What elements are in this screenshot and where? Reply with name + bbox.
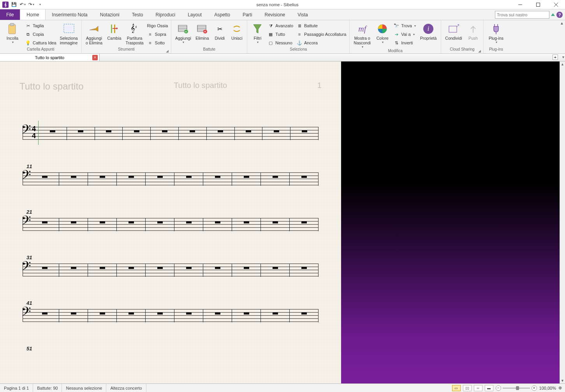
bar[interactable]	[174, 309, 203, 322]
flip-button[interactable]: ⇅Inverti	[393, 39, 417, 47]
select-more-button[interactable]: ⚓Ancora	[296, 39, 347, 47]
document-tab[interactable]: Tutto lo spartito ×	[0, 54, 100, 61]
ribbon-search-input[interactable]	[495, 11, 549, 19]
bar[interactable]	[174, 218, 203, 231]
bar[interactable]	[88, 264, 117, 277]
bar[interactable]	[88, 218, 117, 231]
join-bar-button[interactable]: Unisci	[229, 21, 245, 40]
collapse-ribbon-button[interactable]: ▲	[560, 21, 564, 25]
tab-home[interactable]: Home	[20, 9, 46, 20]
staff[interactable]: 𝄢	[23, 308, 319, 322]
transposing-score-button[interactable]: 𝄞♯ Partitura Trasposta	[125, 21, 145, 45]
tab-parts[interactable]: Parti	[236, 9, 259, 20]
filters-button[interactable]: Filtri▾	[250, 21, 265, 44]
tab-file[interactable]: File	[0, 9, 20, 20]
hide-show-button[interactable]: mf Mostra o Nascondi▾	[352, 21, 372, 49]
goto-button[interactable]: ➔Vai a▾	[393, 30, 417, 38]
minimize-button[interactable]	[511, 0, 529, 9]
cloud-launcher[interactable]: ◢	[478, 49, 481, 53]
share-button[interactable]: Condividi	[444, 21, 464, 40]
bar[interactable]	[146, 218, 174, 231]
view-mode-page-button[interactable]: ▭	[452, 385, 461, 391]
color-button[interactable]: Colore▾	[374, 21, 391, 44]
copy-button[interactable]: ⧉Copia	[24, 30, 57, 38]
bar[interactable]	[174, 264, 203, 277]
staff-system[interactable]: 21𝄢	[19, 209, 322, 231]
bar[interactable]	[232, 309, 261, 322]
bar[interactable]	[123, 127, 151, 140]
ossia-below-button[interactable]: ≡Sotto	[146, 39, 169, 47]
split-bar-button[interactable]: ✂ Dividi	[212, 21, 227, 40]
scroll-up-icon[interactable]: ▲	[561, 62, 564, 67]
bar[interactable]	[261, 172, 290, 186]
paste-button[interactable]: Incolla ▾	[2, 21, 23, 44]
undo-button[interactable]: ↶▾	[19, 1, 26, 9]
close-doc-tab-button[interactable]: ×	[92, 55, 98, 60]
staff-system[interactable]: 11𝄢	[19, 163, 322, 186]
bar[interactable]	[59, 218, 88, 231]
bar[interactable]	[290, 127, 319, 140]
staff-system[interactable]: 𝄢44	[19, 126, 322, 140]
doc-tab-menu-button[interactable]: ▾	[562, 55, 564, 59]
advanced-filter-button[interactable]: ⧩Avanzato	[267, 22, 294, 30]
select-bars-button[interactable]: ≣Battute	[296, 22, 347, 30]
tab-review[interactable]: Revisione	[259, 9, 292, 20]
staff[interactable]: 𝄢	[23, 172, 319, 186]
bar[interactable]	[146, 309, 174, 322]
ossia-staff-button[interactable]: Rigo Ossia	[146, 22, 169, 30]
bar[interactable]	[290, 309, 319, 322]
delete-bar-button[interactable]: × Elimina	[194, 21, 210, 40]
staff[interactable]: 𝄢	[23, 263, 319, 277]
tab-view[interactable]: Vista	[291, 9, 314, 20]
collapse-ribbon-icon[interactable]	[551, 13, 555, 16]
bar[interactable]	[146, 264, 174, 277]
qat-customize[interactable]: ▾	[36, 1, 44, 9]
bar[interactable]	[146, 172, 174, 186]
view-mode-spread-button[interactable]: ▯▯	[463, 385, 472, 391]
tab-layout[interactable]: Layout	[181, 9, 208, 20]
system-passage-button[interactable]: ≡Passaggio Accollatura	[296, 30, 347, 38]
bar[interactable]	[207, 127, 235, 140]
bar[interactable]	[290, 172, 319, 186]
add-doc-tab-button[interactable]: +	[553, 54, 558, 60]
bar[interactable]	[262, 127, 290, 140]
inspector-button[interactable]: i Proprietà	[418, 21, 438, 40]
bar[interactable]	[232, 172, 261, 186]
bar[interactable]	[39, 127, 67, 140]
find-button[interactable]: 🔭Trova▾	[393, 22, 417, 30]
bar[interactable]	[261, 264, 290, 277]
staff[interactable]: 𝄢	[23, 217, 319, 231]
bar[interactable]	[179, 127, 207, 140]
zoom-in-button[interactable]: +	[532, 385, 537, 391]
bar[interactable]	[203, 172, 232, 186]
plugins-button[interactable]: Plug-ins▾	[486, 21, 506, 44]
bar[interactable]	[151, 127, 179, 140]
bar[interactable]	[117, 309, 146, 322]
bar[interactable]	[117, 264, 146, 277]
bar[interactable]	[95, 127, 123, 140]
graphic-select-button[interactable]: Seleziona immagine	[59, 21, 79, 45]
tab-note-input[interactable]: Inserimento Nota	[46, 9, 93, 20]
push-button[interactable]: Push	[465, 21, 481, 40]
help-icon[interactable]: ?	[556, 12, 563, 18]
maximize-button[interactable]	[529, 0, 547, 9]
bar[interactable]	[67, 127, 95, 140]
zoom-slider[interactable]	[503, 388, 530, 388]
view-mode-continuous-button[interactable]: ═	[474, 385, 482, 391]
bar[interactable]	[235, 127, 263, 140]
app-icon[interactable]: 𝄞	[2, 1, 9, 9]
bar[interactable]	[261, 309, 290, 322]
close-button[interactable]	[547, 0, 565, 9]
capture-idea-button[interactable]: 💡Cattura Idea	[24, 39, 57, 47]
bar[interactable]	[117, 218, 146, 231]
add-remove-instruments-button[interactable]: Aggiungi o Elimina	[84, 21, 104, 45]
bar[interactable]	[290, 264, 319, 277]
bar[interactable]	[88, 309, 117, 322]
bar[interactable]	[59, 309, 88, 322]
bar[interactable]	[261, 218, 290, 231]
bar[interactable]	[203, 264, 232, 277]
zoom-out-button[interactable]: −	[496, 385, 501, 391]
zoom-fit-button[interactable]: ⊕	[558, 385, 562, 390]
tab-notations[interactable]: Notazioni	[94, 9, 126, 20]
tab-text[interactable]: Testo	[126, 9, 150, 20]
